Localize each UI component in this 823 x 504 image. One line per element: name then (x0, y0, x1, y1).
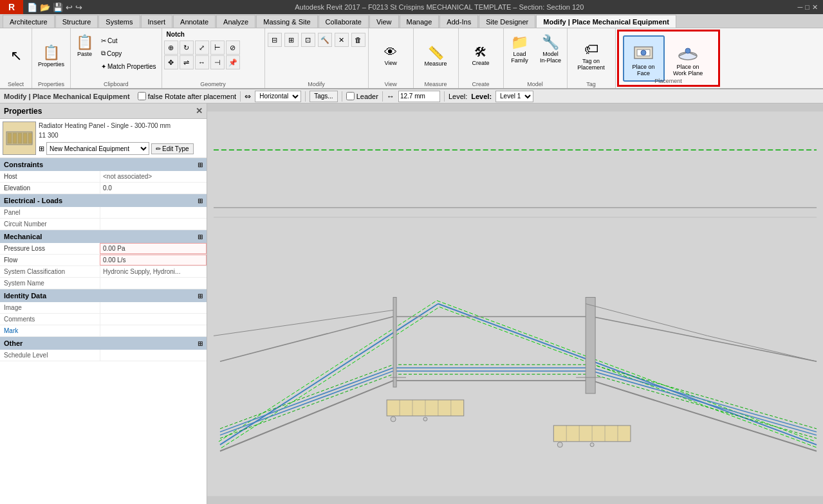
category-dropdown[interactable]: New Mechanical Equipment (46, 142, 149, 155)
rotate-btn[interactable]: ↻ (180, 40, 194, 55)
tab-addins[interactable]: Add-Ins (439, 15, 478, 28)
identity-row-mark: Mark (0, 325, 207, 337)
new-btn[interactable]: 📄 (27, 3, 37, 12)
tab-structure[interactable]: Structure (55, 15, 98, 28)
elevation-value[interactable]: 0.0 (100, 183, 207, 194)
open-btn[interactable]: 📂 (40, 3, 50, 12)
type-subname: 11 300 (39, 132, 204, 139)
minimize-btn[interactable]: ─ (798, 3, 803, 12)
undo-btn[interactable]: ↩ (66, 3, 73, 12)
placement-section-label: Placement (619, 78, 718, 84)
tag-section-label: Tag (568, 81, 615, 87)
close-btn[interactable]: ✕ (812, 3, 818, 12)
mark-label: Mark (0, 325, 100, 336)
copy-btn[interactable]: ⧉Copy (98, 48, 160, 59)
place-on-face-btn[interactable]: Place on Face (623, 35, 665, 82)
constraints-row-host: Host <not associated> (0, 171, 207, 183)
context-divider-3 (342, 91, 342, 102)
context-divider-4 (382, 91, 383, 102)
demolish-btn[interactable]: 🔨 (318, 33, 332, 47)
context-divider-1 (240, 91, 241, 102)
mirror-btn[interactable]: ⇌ (180, 55, 194, 69)
extend-btn[interactable]: ⊣ (210, 55, 225, 69)
tab-massing[interactable]: Massing & Site (256, 15, 317, 28)
match-properties-btn[interactable]: ✦Match Properties (98, 60, 160, 72)
maximize-btn[interactable]: □ (805, 3, 809, 12)
unpin-btn[interactable]: 🗑 (351, 33, 365, 47)
split-btn[interactable]: ⊘ (226, 40, 240, 55)
align-btn[interactable]: ⊟ (268, 33, 282, 47)
image-value[interactable] (100, 302, 207, 313)
paste-btn[interactable]: 📋 Paste (73, 32, 97, 59)
other-header[interactable]: Other ⊞ (0, 337, 207, 350)
identity-data-header[interactable]: Identity Data ⊞ (0, 289, 207, 302)
electrical-loads-header[interactable]: Electrical - Loads ⊞ (0, 194, 207, 207)
mark-value[interactable] (100, 325, 207, 336)
svg-rect-14 (207, 111, 823, 496)
flow-value[interactable]: 0.00 L/s (100, 255, 207, 266)
tab-collaborate[interactable]: Collaborate (319, 15, 369, 28)
properties-section-label: Properties (32, 81, 70, 87)
redo-btn[interactable]: ↪ (75, 3, 82, 12)
tag-on-placement-btn[interactable]: 🏷 Tag on Placement (574, 39, 608, 73)
trim-btn[interactable]: ⊢ (210, 40, 225, 55)
cut-btn[interactable]: ✂Cut (98, 35, 160, 46)
orientation-select[interactable]: Horizontal Vertical (255, 91, 301, 102)
tab-sitedesigner[interactable]: Site Designer (479, 15, 535, 28)
schedule-level-label: Schedule Level (0, 350, 100, 361)
mechanical-row-sysclass: System Classification Hydronic Supply, H… (0, 266, 207, 278)
mechanical-header[interactable]: Mechanical ⊞ (0, 230, 207, 243)
tab-annotate[interactable]: Annotate (173, 15, 216, 28)
section-identity-data: Identity Data ⊞ Image Comments Mark (0, 289, 207, 337)
tab-systems[interactable]: Systems (98, 15, 140, 28)
scale-btn[interactable]: ↔ (195, 55, 209, 69)
tab-insert[interactable]: Insert (141, 15, 173, 28)
view-cube-btn[interactable]: 👁 View (382, 43, 399, 68)
pressure-loss-label: Pressure Loss (0, 243, 100, 254)
properties-btn[interactable]: 📋 Properties (35, 41, 68, 71)
properties-panel-header: Properties ✕ (0, 104, 207, 119)
leader-checkbox[interactable]: Leader (346, 92, 378, 100)
tags-btn[interactable]: Tags... (310, 91, 337, 102)
sysclass-value[interactable]: Hydronic Supply, Hydroni... (100, 266, 207, 277)
create-section-label: Create (459, 81, 503, 87)
level-select[interactable]: Level 1 Level 2 (495, 91, 533, 102)
revit-logo[interactable]: R (0, 0, 23, 14)
create-btn[interactable]: 🛠 Create (470, 43, 492, 68)
schedule-level-value[interactable] (100, 350, 207, 361)
tab-analyze[interactable]: Analyze (216, 15, 255, 28)
circuit-value[interactable] (100, 219, 207, 230)
tab-architecture[interactable]: Architecture (3, 15, 55, 28)
select-btn[interactable]: ↖ (7, 44, 25, 68)
section-electrical-loads: Electrical - Loads ⊞ Panel Circuit Numbe… (0, 194, 207, 230)
tab-modify[interactable]: Modify | Place Mechanical Equipment (536, 15, 676, 28)
group-btn[interactable]: ⊡ (301, 33, 315, 47)
copy-tool-btn[interactable]: ⊕ (164, 40, 178, 55)
place-on-workplane-btn[interactable]: Place on Work Plane (667, 35, 709, 82)
sysname-value[interactable] (100, 278, 207, 289)
delete-btn[interactable]: ✕ (335, 33, 349, 47)
ribbon-section-placement: Place on Face Place on Work Plane Placem… (617, 30, 720, 87)
model-inplace-btn[interactable]: 🔧 Model In-Place (537, 32, 565, 66)
properties-close-btn[interactable]: ✕ (196, 106, 203, 116)
canvas-area[interactable] (207, 104, 823, 504)
offset-btn[interactable]: ⤢ (195, 40, 209, 55)
ribbon-section-modify: ⊟ ⊞ ⊡ 🔨 ✕ 🗑 Modify (265, 28, 369, 88)
measure-btn[interactable]: 📏 Measure (423, 43, 449, 69)
tab-view[interactable]: View (369, 15, 399, 28)
save-btn[interactable]: 💾 (53, 3, 63, 12)
constraints-header[interactable]: Constraints ⊞ (0, 158, 207, 171)
host-value[interactable]: <not associated> (100, 171, 207, 182)
pressure-loss-value[interactable]: 0.00 Pa (100, 243, 207, 254)
comments-value[interactable] (100, 314, 207, 325)
rotate-after-placement-checkbox[interactable]: false Rotate after placement (138, 92, 237, 100)
circuit-label: Circuit Number (0, 219, 100, 230)
load-family-btn[interactable]: 📁 Load Family (506, 32, 534, 66)
edit-type-btn[interactable]: ✏ Edit Type (151, 143, 194, 154)
array-btn[interactable]: ⊞ (284, 33, 299, 47)
pin-btn[interactable]: 📌 (226, 55, 240, 69)
offset-input[interactable] (398, 91, 440, 102)
tab-manage[interactable]: Manage (400, 15, 439, 28)
move-btn[interactable]: ✥ (164, 55, 178, 69)
panel-value[interactable] (100, 207, 207, 218)
